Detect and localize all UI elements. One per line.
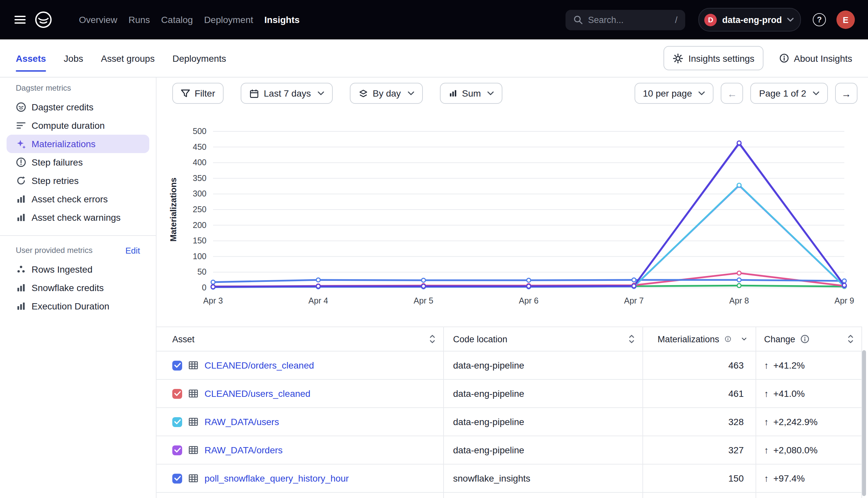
sidebar-item-step-failures[interactable]: Step failures (0, 153, 156, 171)
table-icon (188, 417, 199, 427)
nav-deployment[interactable]: Deployment (204, 14, 253, 25)
asset-link[interactable]: RAW_DATA/orders (204, 445, 283, 455)
materializations-cell (643, 493, 756, 498)
menu-icon[interactable] (14, 16, 26, 24)
deployment-switcher[interactable]: D data-eng-prod (699, 8, 801, 31)
edit-metrics-link[interactable]: Edit (125, 245, 140, 255)
sidebar-item-compute-duration[interactable]: Compute duration (0, 116, 156, 135)
svg-text:500: 500 (193, 127, 206, 136)
row-checkbox[interactable] (172, 445, 182, 455)
asset-link[interactable]: CLEANED/users_cleaned (204, 388, 310, 399)
chevron-down-icon (813, 91, 819, 95)
avatar[interactable]: E (837, 11, 855, 29)
page-selector-dropdown[interactable]: Page 1 of 2 (751, 83, 828, 104)
svg-text:250: 250 (193, 205, 206, 214)
svg-text:450: 450 (193, 142, 206, 152)
svg-text:50: 50 (197, 267, 206, 276)
column-header-change[interactable]: Change (756, 327, 862, 351)
svg-text:200: 200 (193, 220, 206, 230)
column-header-asset[interactable]: Asset (156, 327, 444, 351)
code-location-cell: data-eng-pipeline (444, 408, 643, 436)
bar-chart-icon (16, 212, 26, 223)
nav-runs[interactable]: Runs (129, 14, 150, 25)
row-checkbox[interactable] (172, 389, 182, 398)
tab-jobs[interactable]: Jobs (64, 53, 83, 63)
row-checkbox[interactable] (172, 473, 182, 483)
retry-icon (16, 175, 26, 186)
sidebar-item-step-retries[interactable]: Step retries (0, 171, 156, 190)
nav-catalog[interactable]: Catalog (161, 14, 193, 25)
row-checkbox[interactable] (172, 361, 182, 370)
sort-icon (430, 335, 435, 344)
table-row: RAW_DATA/orders data-eng-pipeline 327 ↑ … (156, 436, 862, 464)
sidebar-item-asset-check-warnings[interactable]: Asset check warnings (0, 208, 156, 227)
next-page-button[interactable]: → (835, 83, 857, 104)
table-icon (188, 473, 199, 484)
tab-deployments[interactable]: Deployments (172, 53, 226, 63)
prev-page-button[interactable]: ← (721, 83, 743, 104)
sidebar-item-dagster-credits[interactable]: Dagster credits (0, 98, 156, 116)
sidebar-item-asset-check-errors[interactable]: Asset check errors (0, 190, 156, 208)
sidebar-item-rows-ingested[interactable]: Rows Ingested (0, 260, 156, 278)
per-page-dropdown[interactable]: 10 per page (634, 83, 714, 104)
asset-link[interactable]: RAW_DATA/users (204, 417, 279, 427)
svg-text:Apr 5: Apr 5 (413, 296, 433, 305)
asset-link[interactable]: CLEANED/orders_cleaned (204, 360, 314, 370)
dagster-insights-app: Overview Runs Catalog Deployment Insight… (0, 0, 868, 498)
about-insights-link[interactable]: About Insights (780, 53, 852, 63)
primary-nav: Overview Runs Catalog Deployment Insight… (79, 14, 299, 25)
date-range-dropdown[interactable]: Last 7 days (241, 83, 332, 104)
bar-chart-icon (16, 301, 26, 311)
code-location-cell (444, 493, 643, 498)
sidebar-item-materializations[interactable]: Materializations (7, 135, 149, 153)
arrow-right-icon: → (841, 88, 851, 99)
group-by-dropdown[interactable]: By day (349, 83, 422, 104)
svg-text:100: 100 (193, 252, 206, 261)
column-header-materializations[interactable]: Materializations (643, 327, 756, 351)
aggregation-dropdown[interactable]: Sum (439, 83, 503, 104)
sidebar-item-label: Asset check errors (31, 194, 108, 204)
svg-text:350: 350 (193, 173, 206, 183)
bar-chart-icon (16, 283, 26, 293)
asset-link[interactable]: poll_snowflake_query_history_hour (204, 473, 349, 484)
tab-assets[interactable]: Assets (16, 53, 46, 63)
column-header-code-location[interactable]: Code location (444, 327, 643, 351)
help-icon[interactable]: ? (813, 13, 826, 26)
materializations-cell: 150 (643, 464, 756, 492)
search-shortcut-hint: / (675, 15, 678, 25)
change-value: +2,242.9% (773, 417, 818, 427)
filter-button[interactable]: Filter (172, 83, 224, 104)
chevron-down-icon (317, 91, 324, 95)
dagster-logo-icon[interactable] (34, 11, 53, 29)
sort-icon (629, 335, 635, 344)
insights-tabs: Assets Jobs Asset groups Deployments (16, 53, 226, 63)
page-scrollbar[interactable] (862, 350, 866, 496)
info-icon (801, 335, 810, 344)
change-cell: ↑ +2,242.9% (756, 408, 862, 436)
bar-chart-icon (448, 89, 457, 98)
sidebar-item-snowflake-credits[interactable]: Snowflake credits (0, 278, 156, 297)
table-icon (188, 360, 199, 370)
table-row: RAW_DATA/users data-eng-pipeline 328 ↑ +… (156, 408, 862, 436)
bar-chart-icon (16, 194, 26, 204)
search-input[interactable]: Search... / (566, 10, 686, 30)
pagination-controls: 10 per page ← Page 1 of 2 → (634, 83, 857, 104)
change-value: +41.0% (773, 388, 805, 399)
tab-asset-groups[interactable]: Asset groups (101, 53, 154, 63)
nav-insights[interactable]: Insights (264, 14, 299, 25)
chevron-down-icon (787, 18, 794, 22)
sidebar-item-label: Rows Ingested (31, 264, 92, 275)
duration-icon (16, 120, 26, 131)
sidebar-item-label: Step failures (31, 157, 83, 168)
nav-overview[interactable]: Overview (79, 14, 117, 25)
svg-text:Apr 9: Apr 9 (834, 296, 854, 305)
insights-settings-button[interactable]: Insights settings (664, 46, 764, 70)
row-checkbox[interactable] (172, 417, 182, 427)
sidebar-item-label: Execution Duration (31, 301, 110, 311)
svg-text:Apr 8: Apr 8 (729, 296, 749, 305)
insights-sub-nav: Assets Jobs Asset groups Deployments Ins… (0, 39, 868, 78)
code-location-cell: data-eng-pipeline (444, 380, 643, 407)
arrow-up-icon: ↑ (764, 388, 769, 399)
sidebar-item-label: Materializations (31, 139, 96, 149)
sidebar-item-execution-duration[interactable]: Execution Duration (0, 297, 156, 315)
